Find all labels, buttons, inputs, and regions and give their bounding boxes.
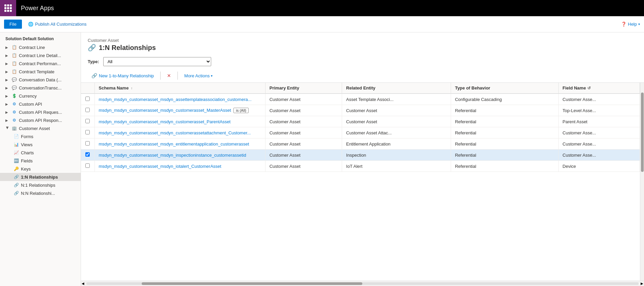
custom-api-icon: ⚙ [11,101,17,107]
row-checkbox[interactable] [85,163,90,168]
type-filter: Type: All Custom Standard [81,54,644,69]
related-entity-cell: Customer Asset Attac... [342,127,451,138]
sidebar-item-nn-relationships[interactable]: 🔗 N:N Relationshi... [0,189,81,197]
waffle-icon [4,4,12,12]
entity-breadcrumb: Customer Asset [88,38,637,43]
publish-button[interactable]: 🌐 Publish All Customizations [25,20,90,28]
expand-icon: ▶ [5,102,9,106]
row-checkbox[interactable] [85,97,90,101]
col-primary-entity[interactable]: Primary Entity [265,83,342,94]
expand-icon: ▶ [5,78,9,82]
field-name-cell: Customer Asse... [558,138,640,150]
contract-line-icon: 📋 [11,45,17,50]
contract-line-detail-icon: 📋 [11,53,17,58]
row-checkbox[interactable] [85,130,90,134]
keys-icon: 🔑 [13,166,19,172]
refresh-icon[interactable]: ↺ [587,86,591,90]
top-bar: Power Apps [0,0,644,16]
toolbar-separator-2 [177,72,178,80]
table-outer: Schema Name ↑ Primary Entity Related Ent… [81,83,644,281]
sort-asc-icon: ↑ [131,86,133,90]
sidebar-item-keys[interactable]: 🔑 Keys [0,165,81,173]
related-entity-cell: Customer Asset [342,105,451,116]
sidebar-item-conversation-transc[interactable]: ▶ 💬 ConversationTransc... [0,84,81,92]
sidebar-item-contract-line-detail[interactable]: ▶ 📋 Contract Line Detail... [0,51,81,59]
nn-rel-icon: 🔗 [13,190,19,196]
field-name-cell: Top-Level Asse... [558,105,640,116]
sidebar-item-contract-template[interactable]: ▶ 📋 Contract Template [0,68,81,76]
help-chevron-icon: ▾ [638,22,640,26]
expand-icon: ▶ [6,126,9,130]
expand-icon: ▶ [5,70,9,74]
more-actions-button[interactable]: More Actions ▾ [180,71,216,80]
row-checkbox[interactable] [85,108,90,112]
horizontal-scrollbar[interactable]: ◀ ▶ [81,281,644,286]
scroll-right-btn[interactable]: ▶ [640,282,644,285]
page-title: 🔗 1:N Relationships [88,44,637,52]
expand-icon: ▶ [5,94,9,98]
1n-rel-icon: 🔗 [13,174,19,180]
sidebar-item-views[interactable]: 📊 Views [0,140,81,149]
expand-icon: ▶ [5,119,9,122]
vertical-scrollbar[interactable] [640,83,644,281]
table-row: msdyn_msdyn_customerasset_msdyn_customer… [81,105,640,116]
field-name-cell: Parent Asset [558,116,640,127]
row-checkbox[interactable] [85,119,90,123]
sidebar-item-custom-api-response[interactable]: ▶ ⚙ Custom API Respon... [0,116,81,124]
col-related-entity[interactable]: Related Entity [342,83,451,94]
action-toolbar: 🔗 New 1-to-Many Relationship ✕ More Acti… [81,69,644,83]
is-all-badge: is (All) [233,108,249,113]
forms-icon: 📄 [13,134,19,139]
row-checkbox-cell [81,94,94,105]
type-select[interactable]: All Custom Standard [103,57,211,66]
sidebar-item-currency[interactable]: ▶ 💲 Currency [0,92,81,100]
type-of-behavior-cell: Referential [451,138,558,150]
schema-name-cell: msdyn_msdyn_customerasset_msdyn_entitlem… [94,138,265,150]
scroll-track[interactable] [86,282,639,285]
sidebar-item-customer-asset[interactable]: ▶ 🏢 Customer Asset [0,124,81,132]
row-checkbox[interactable] [85,141,90,146]
sidebar-item-charts[interactable]: 📈 Charts [0,149,81,157]
relationships-table: Schema Name ↑ Primary Entity Related Ent… [81,83,640,172]
content-header: Customer Asset 🔗 1:N Relationships [81,32,644,54]
col-checkbox [81,83,94,94]
content-area: Customer Asset 🔗 1:N Relationships Type:… [81,32,644,286]
row-checkbox-cell [81,138,94,150]
publish-icon: 🌐 [28,22,33,27]
main-container: Solution Default Solution ▶ 📋 Contract L… [0,32,644,286]
sidebar-item-1n-relationships[interactable]: 🔗 1:N Relationships [0,173,81,181]
sidebar-item-custom-api-request[interactable]: ▶ ⚙ Custom API Reques... [0,108,81,116]
expand-icon: ▶ [5,110,9,114]
row-checkbox-cell [81,105,94,116]
delete-button[interactable]: ✕ [163,71,175,80]
sidebar-item-custom-api[interactable]: ▶ ⚙ Custom API [0,100,81,108]
sidebar-item-fields[interactable]: 🔤 Fields [0,157,81,165]
sidebar-item-n1-relationships[interactable]: 🔗 N:1 Relationships [0,181,81,189]
type-of-behavior-cell: Referential [451,105,558,116]
help-button[interactable]: ❓ Help ▾ [621,22,640,27]
schema-name-cell: msdyn_msdyn_customerasset_msdyn_assettem… [94,94,265,105]
related-entity-cell: Inspection [342,150,451,161]
relationship-icon: 🔗 [88,44,96,52]
more-actions-chevron-icon: ▾ [211,74,213,78]
col-type-of-behavior[interactable]: Type of Behavior [451,83,558,94]
new-relationship-button[interactable]: 🔗 New 1-to-Many Relationship [88,71,158,80]
table-row: msdyn_msdyn_customerasset_msdyn_assettem… [81,94,640,105]
sidebar-item-conversation-data[interactable]: ▶ 💬 Conversation Data (... [0,76,81,84]
scroll-left-btn[interactable]: ◀ [81,282,85,285]
col-field-name[interactable]: Field Name ↺ [558,83,640,94]
customer-asset-icon: 🏢 [11,126,17,131]
waffle-button[interactable] [0,0,16,16]
sidebar-item-contract-performance[interactable]: ▶ 📋 Contract Performan... [0,59,81,68]
conversation-data-icon: 💬 [11,77,17,82]
file-button[interactable]: File [4,20,22,29]
type-of-behavior-cell: Referential [451,116,558,127]
sidebar-item-contract-line[interactable]: ▶ 📋 Contract Line [0,43,81,51]
row-checkbox[interactable] [85,152,90,157]
col-schema-name[interactable]: Schema Name ↑ [94,83,265,94]
sidebar-item-forms[interactable]: 📄 Forms [0,132,81,140]
field-name-cell: Customer Asse... [558,150,640,161]
primary-entity-cell: Customer Asset [265,94,342,105]
primary-entity-cell: Customer Asset [265,127,342,138]
type-of-behavior-cell: Referential [451,161,558,172]
